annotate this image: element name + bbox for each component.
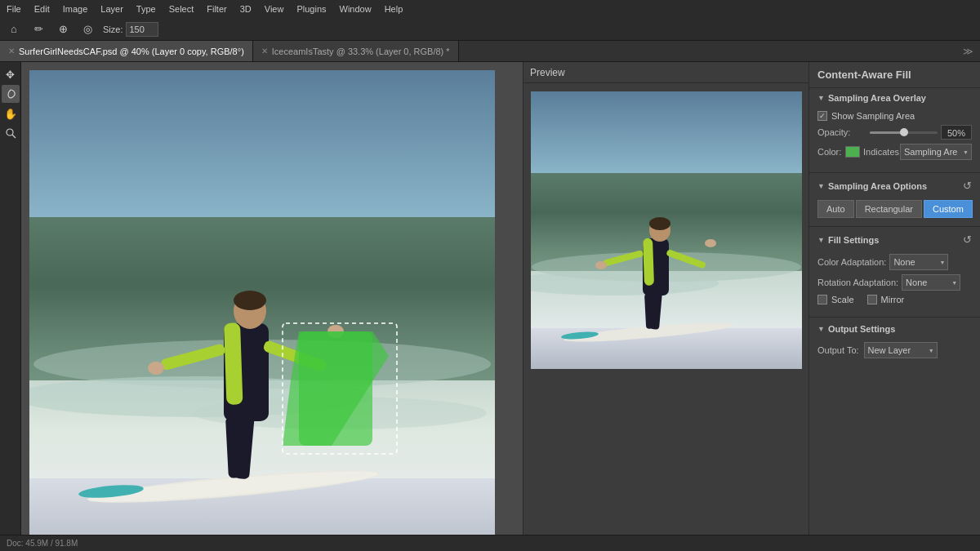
output-settings-header[interactable]: ▼ Output Settings xyxy=(809,319,980,339)
color-adaptation-select[interactable]: None Default High Very High xyxy=(889,254,948,270)
preview-label: Preview xyxy=(530,67,565,78)
menubar-filter[interactable]: Filter xyxy=(207,4,226,14)
svg-point-22 xyxy=(234,291,266,310)
color-adaptation-select-wrapper: None Default High Very High xyxy=(889,254,948,270)
menubar: File Edit Image Layer Type Select Filter… xyxy=(0,0,980,18)
sampling-options-reset[interactable]: ↺ xyxy=(963,180,972,192)
add-icon[interactable]: ⊕ xyxy=(54,20,72,38)
svg-line-1 xyxy=(12,135,16,138)
indicates-select-wrapper: Sampling Area Content-Aware xyxy=(900,144,972,160)
svg-rect-36 xyxy=(644,293,655,329)
divider-1 xyxy=(809,172,980,173)
fill-settings-reset[interactable]: ↺ xyxy=(963,233,972,246)
output-to-row: Output To: New Layer Current Layer Dupli… xyxy=(817,342,972,358)
svg-point-0 xyxy=(7,129,13,136)
menubar-image[interactable]: Image xyxy=(63,4,88,14)
sampling-overlay-title: Sampling Area Overlay xyxy=(828,93,926,103)
scale-checkbox[interactable] xyxy=(817,295,827,304)
mirror-row: Mirror xyxy=(867,295,905,304)
svg-rect-38 xyxy=(643,238,654,286)
home-icon[interactable]: ⌂ xyxy=(5,20,23,38)
rotation-adaptation-label: Rotation Adaptation: xyxy=(817,278,898,287)
rectangular-button[interactable]: Rectangular xyxy=(856,200,922,218)
tab-icecream-close[interactable]: ✕ xyxy=(261,47,268,56)
tab-surfer-label: SurferGirlNeedsCAF.psd @ 40% (Layer 0 co… xyxy=(19,47,244,56)
sampling-overlay-arrow: ▼ xyxy=(817,94,825,102)
color-swatch[interactable] xyxy=(845,146,860,158)
menubar-plugins[interactable]: Plugins xyxy=(296,4,326,14)
divider-2 xyxy=(809,226,980,227)
sampling-options-title: Sampling Area Options xyxy=(828,181,927,191)
fill-settings-content: Color Adaptation: None Default High Very… xyxy=(809,251,980,315)
status-text: Doc: 45.9M / 91.8M xyxy=(7,539,78,548)
sampling-mode-buttons: Auto Rectangular Custom xyxy=(817,200,972,218)
svg-point-42 xyxy=(705,239,716,247)
panel-title: Content-Aware Fill xyxy=(809,62,980,88)
toolbar: ⌂ ✏ ⊕ ◎ Size: xyxy=(0,18,980,41)
menubar-3d[interactable]: 3D xyxy=(240,4,252,14)
opacity-label: Opacity: xyxy=(817,127,866,137)
opacity-slider-fill xyxy=(870,131,904,134)
preview-panel: Preview xyxy=(523,62,808,535)
svg-rect-27 xyxy=(531,91,802,173)
show-sampling-area-checkbox[interactable] xyxy=(817,111,827,121)
scale-label: Scale xyxy=(831,295,854,304)
main-canvas[interactable] xyxy=(21,62,523,535)
menubar-edit[interactable]: Edit xyxy=(34,4,50,14)
lasso-tool-btn[interactable] xyxy=(2,85,20,103)
menubar-layer[interactable]: Layer xyxy=(100,4,123,14)
brush-icon[interactable]: ✏ xyxy=(29,20,47,38)
rotation-adaptation-row: Rotation Adaptation: None Low Medium Hig… xyxy=(817,274,972,291)
mirror-checkbox[interactable] xyxy=(867,295,877,304)
opacity-slider-container xyxy=(870,131,938,134)
hand-tool-btn[interactable]: ✋ xyxy=(2,104,20,122)
size-input[interactable] xyxy=(126,22,158,37)
menubar-help[interactable]: Help xyxy=(385,4,403,14)
surfer-main-svg xyxy=(29,70,495,535)
rotation-adaptation-select[interactable]: None Low Medium High Full xyxy=(902,274,960,291)
opacity-slider-thumb[interactable] xyxy=(900,128,908,136)
output-settings-title: Output Settings xyxy=(828,324,896,334)
size-label: Size: xyxy=(103,24,122,34)
custom-button[interactable]: Custom xyxy=(924,200,973,218)
right-panel: Content-Aware Fill ▼ Sampling Area Overl… xyxy=(808,62,980,535)
main-image xyxy=(29,70,495,535)
output-settings-content: Output To: New Layer Current Layer Dupli… xyxy=(809,339,980,369)
show-sampling-area-label: Show Sampling Area xyxy=(831,111,915,121)
sampling-area-overlay-header[interactable]: ▼ Sampling Area Overlay xyxy=(809,88,980,108)
opacity-value[interactable]: 50% xyxy=(941,125,972,140)
preview-svg xyxy=(531,91,802,369)
sampling-options-header[interactable]: ▼ Sampling Area Options ↺ xyxy=(809,175,980,197)
move-tool-btn[interactable]: ✥ xyxy=(2,65,20,83)
svg-rect-3 xyxy=(29,70,495,217)
color-adaptation-label: Color Adaptation: xyxy=(817,257,886,267)
tabs-row: ✕ SurferGirlNeedsCAF.psd @ 40% (Layer 0 … xyxy=(0,41,980,62)
zoom-tool-btn[interactable] xyxy=(2,124,20,142)
svg-point-44 xyxy=(649,217,670,230)
tab-surfer-close[interactable]: ✕ xyxy=(8,47,15,56)
divider-3 xyxy=(809,317,980,318)
opacity-slider-track[interactable] xyxy=(870,131,938,134)
output-to-select-wrapper: New Layer Current Layer Duplicate Layer xyxy=(864,342,938,358)
menubar-view[interactable]: View xyxy=(265,4,284,14)
fill-settings-arrow: ▼ xyxy=(817,236,825,244)
tab-icecream[interactable]: ✕ IceceamIsTasty @ 33.3% (Layer 0, RGB/8… xyxy=(253,41,459,61)
sampling-options-content: Auto Rectangular Custom xyxy=(809,197,980,224)
scale-row: Scale xyxy=(817,295,854,304)
auto-button[interactable]: Auto xyxy=(817,200,854,218)
tab-surfer[interactable]: ✕ SurferGirlNeedsCAF.psd @ 40% (Layer 0 … xyxy=(0,41,253,61)
menubar-type[interactable]: Type xyxy=(136,4,156,14)
output-to-select[interactable]: New Layer Current Layer Duplicate Layer xyxy=(864,342,938,358)
mirror-label: Mirror xyxy=(881,295,905,304)
rotation-adaptation-select-wrapper: None Low Medium High Full xyxy=(902,274,960,291)
menubar-window[interactable]: Window xyxy=(340,4,372,14)
output-settings-arrow: ▼ xyxy=(817,325,825,333)
indicates-select[interactable]: Sampling Area Content-Aware xyxy=(900,144,972,160)
tools-panel: ✥ ✋ xyxy=(0,62,21,535)
svg-point-41 xyxy=(595,261,607,269)
indicates-label: Indicates: xyxy=(863,147,897,157)
menubar-file[interactable]: File xyxy=(7,4,21,14)
menubar-select[interactable]: Select xyxy=(169,4,194,14)
fill-settings-header[interactable]: ▼ Fill Settings ↺ xyxy=(809,229,980,251)
brush-size-icon[interactable]: ◎ xyxy=(78,20,96,38)
